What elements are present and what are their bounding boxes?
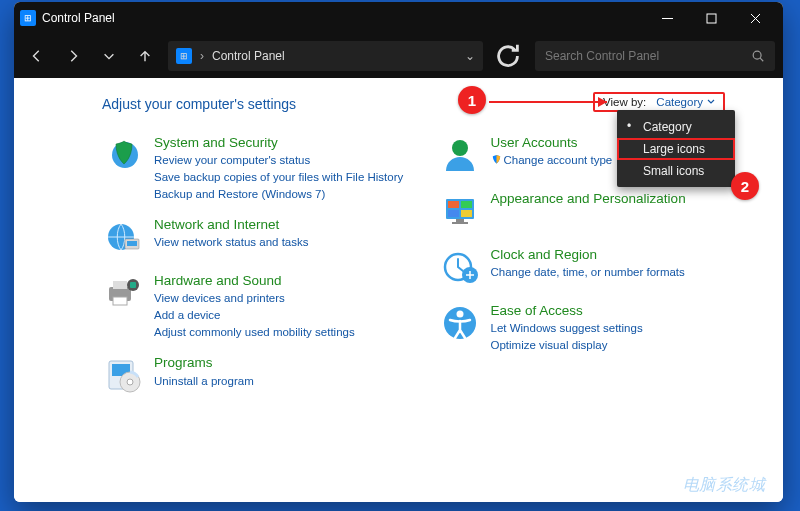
back-button[interactable]: [22, 41, 52, 71]
category-access: Ease of AccessLet Windows suggest settin…: [439, 302, 748, 354]
shield-icon: [102, 134, 144, 176]
category-clock: Clock and RegionChange date, time, or nu…: [439, 246, 748, 288]
annotation-badge-1: 1: [458, 86, 486, 114]
svg-rect-5: [127, 241, 137, 246]
view-by-option[interactable]: Large icons: [617, 138, 735, 160]
annotation-badge-2: 2: [731, 172, 759, 200]
window-title: Control Panel: [42, 11, 115, 25]
maximize-button[interactable]: [689, 2, 733, 34]
svg-rect-18: [461, 201, 472, 208]
svg-rect-8: [113, 297, 127, 305]
printer-icon: [102, 272, 144, 314]
view-by-option[interactable]: Category: [617, 116, 735, 138]
category-title[interactable]: Network and Internet: [154, 216, 308, 234]
category-printer: Hardware and SoundView devices and print…: [102, 272, 411, 340]
access-icon: [439, 302, 481, 344]
globe-icon: [102, 216, 144, 258]
svg-rect-21: [456, 219, 464, 222]
user-icon: [439, 134, 481, 176]
svg-point-26: [456, 311, 463, 318]
category-link[interactable]: Uninstall a program: [154, 373, 254, 390]
category-title[interactable]: Programs: [154, 354, 254, 372]
app-icon: ⊞: [20, 10, 36, 26]
category-title[interactable]: Ease of Access: [491, 302, 643, 320]
category-link[interactable]: View devices and printers: [154, 290, 355, 307]
svg-rect-0: [707, 14, 716, 23]
category-title[interactable]: Clock and Region: [491, 246, 685, 264]
svg-point-14: [127, 379, 133, 385]
chevron-right-icon: ›: [200, 49, 204, 63]
svg-point-15: [452, 140, 468, 156]
control-panel-window: ⊞ Control Panel ⊞ › Control Panel ⌄ Sear…: [14, 2, 783, 502]
category-link[interactable]: Review your computer's status: [154, 152, 403, 169]
svg-point-1: [753, 51, 761, 59]
recent-button[interactable]: [94, 41, 124, 71]
titlebar: ⊞ Control Panel: [14, 2, 783, 34]
search-icon: [751, 49, 765, 63]
category-link[interactable]: Change date, time, or number formats: [491, 264, 685, 281]
category-title[interactable]: System and Security: [154, 134, 403, 152]
address-bar[interactable]: ⊞ › Control Panel ⌄: [168, 41, 483, 71]
svg-rect-17: [448, 201, 459, 208]
category-link[interactable]: Add a device: [154, 307, 355, 324]
close-button[interactable]: [733, 2, 777, 34]
category-link[interactable]: Adjust commonly used mobility settings: [154, 324, 355, 341]
disc-icon: [102, 354, 144, 396]
search-box[interactable]: Search Control Panel: [535, 41, 775, 71]
desktop-icon: [439, 190, 481, 232]
category-shield: System and SecurityReview your computer'…: [102, 134, 411, 202]
breadcrumb[interactable]: Control Panel: [212, 49, 285, 63]
category-title[interactable]: Appearance and Personalization: [491, 190, 686, 208]
view-by-option[interactable]: Small icons: [617, 160, 735, 182]
category-link[interactable]: Optimize visual display: [491, 337, 643, 354]
category-link[interactable]: Let Windows suggest settings: [491, 320, 643, 337]
chevron-down-icon[interactable]: ⌄: [465, 49, 475, 63]
clock-icon: [439, 246, 481, 288]
svg-rect-10: [130, 282, 136, 288]
annotation-arrow: [469, 93, 619, 115]
category-desktop: Appearance and Personalization: [439, 190, 748, 232]
search-placeholder: Search Control Panel: [545, 49, 659, 63]
svg-rect-20: [461, 210, 472, 217]
view-by-value: Category: [656, 96, 715, 108]
category-disc: ProgramsUninstall a program: [102, 354, 411, 396]
forward-button[interactable]: [58, 41, 88, 71]
category-link[interactable]: Save backup copies of your files with Fi…: [154, 169, 403, 186]
category-link[interactable]: Change account type: [491, 152, 613, 169]
category-globe: Network and InternetView network status …: [102, 216, 411, 258]
refresh-button[interactable]: [493, 41, 523, 71]
toolbar: ⊞ › Control Panel ⌄ Search Control Panel: [14, 34, 783, 78]
category-title[interactable]: Hardware and Sound: [154, 272, 355, 290]
svg-rect-19: [448, 210, 459, 217]
category-title[interactable]: User Accounts: [491, 134, 613, 152]
view-by-menu: CategoryLarge iconsSmall icons: [617, 110, 735, 187]
category-link[interactable]: Backup and Restore (Windows 7): [154, 186, 403, 203]
minimize-button[interactable]: [645, 2, 689, 34]
address-icon: ⊞: [176, 48, 192, 64]
svg-rect-22: [452, 222, 468, 224]
up-button[interactable]: [130, 41, 160, 71]
svg-rect-7: [113, 281, 127, 289]
category-link[interactable]: View network status and tasks: [154, 234, 308, 251]
